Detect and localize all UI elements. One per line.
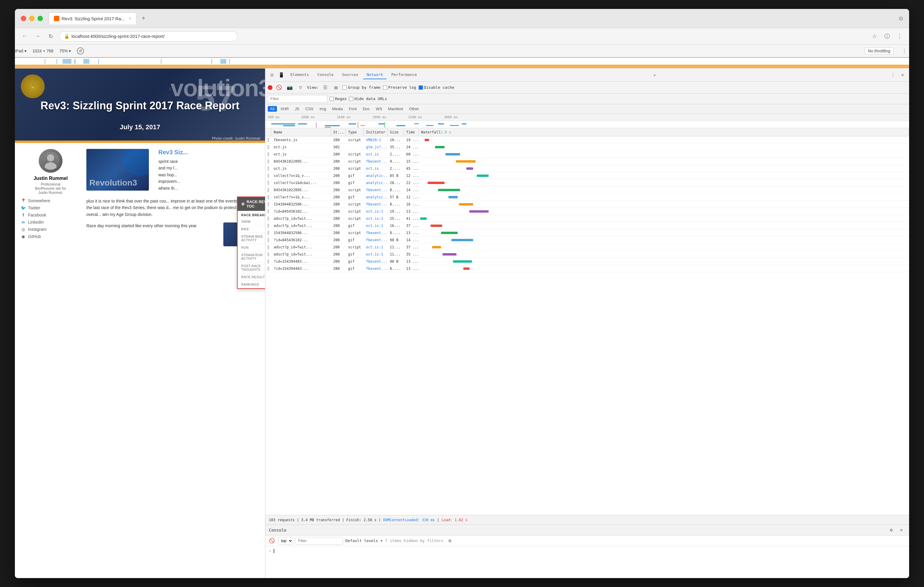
- zoom-selector[interactable]: 75% ▾: [59, 49, 71, 53]
- table-row[interactable]: adsct?p_id=Twit... 200 gif oct.is:1 11..…: [265, 251, 909, 258]
- console-clear-icon[interactable]: 🚫: [268, 537, 276, 545]
- header-type[interactable]: Type: [346, 128, 364, 136]
- devtools-close-icon[interactable]: ×: [898, 71, 907, 79]
- sidebar-linkedin[interactable]: in LinkedIn: [21, 220, 81, 224]
- table-row[interactable]: oct.js 200 script oct.is 2.... 45 ...: [265, 165, 909, 172]
- table-row[interactable]: 8454361022095... 200 script fbevent... 8…: [265, 186, 909, 194]
- console-settings-icon[interactable]: ⚙: [887, 526, 896, 534]
- type-xhr-button[interactable]: XHR: [278, 106, 291, 112]
- more-options-button[interactable]: ⋮: [899, 46, 909, 56]
- table-row[interactable]: collect?v=1&dc&ai... 200 gif analytic...…: [265, 179, 909, 186]
- view-details-icon[interactable]: ▤: [332, 83, 340, 92]
- info-button[interactable]: ⓘ: [882, 31, 892, 41]
- reload-button[interactable]: ↻: [46, 31, 55, 41]
- type-js-button[interactable]: JS: [292, 106, 302, 112]
- url-input[interactable]: 🔒 localhost:4000/sizzling-sprint-2017-ra…: [59, 31, 238, 41]
- clear-button[interactable]: 🚫: [275, 83, 283, 92]
- table-row[interactable]: collect?v=1&_v... 200 gif analytic... 85…: [265, 172, 909, 179]
- type-ws-button[interactable]: WS: [373, 106, 384, 112]
- table-row[interactable]: 1543944832506... 200 script fbevent... 8…: [265, 229, 909, 236]
- forward-button[interactable]: →: [33, 31, 42, 41]
- view-list-icon[interactable]: ☰: [321, 83, 329, 92]
- header-time[interactable]: Time: [404, 128, 419, 136]
- devtools-more-tabs[interactable]: »: [651, 71, 658, 79]
- header-waterfall[interactable]: Waterfall 2.0 s: [419, 128, 909, 136]
- type-img-button[interactable]: Img: [317, 106, 328, 112]
- header-size[interactable]: Size: [388, 128, 404, 136]
- table-row[interactable]: adsct?p_id=Twit... 200 script oct.is:1 2…: [265, 215, 909, 222]
- sidebar-facebook[interactable]: f Facebook: [21, 213, 81, 218]
- record-button[interactable]: [268, 85, 272, 90]
- filter-icon[interactable]: ▽: [296, 83, 305, 92]
- close-button[interactable]: [21, 16, 26, 21]
- active-tab[interactable]: Rev3: Sizzling Sprint 2017 Ra... ×: [49, 13, 136, 25]
- header-name[interactable]: Name: [271, 128, 331, 136]
- bookmark-button[interactable]: ☆: [870, 31, 879, 41]
- console-cursor[interactable]: [274, 549, 274, 553]
- table-row[interactable]: ?id=154394483... 200 gif fbevent... 98 B…: [265, 258, 909, 265]
- sidebar-instagram[interactable]: ◎ Instagram: [21, 227, 81, 232]
- devtools-more-icon[interactable]: ⋮: [889, 71, 897, 79]
- type-media-button[interactable]: Media: [330, 106, 345, 112]
- table-row[interactable]: collect?v=1&_v... 200 gif analytic... 57…: [265, 194, 909, 201]
- devtools-mobile-icon[interactable]: 📱: [277, 71, 285, 79]
- toc-run[interactable]: RUN: [238, 244, 265, 251]
- disable-cache-option[interactable]: Disable cache: [419, 85, 454, 90]
- throttling-selector[interactable]: No throttling: [865, 47, 894, 54]
- sidebar-github[interactable]: ◉ GitHub: [21, 234, 81, 239]
- preserve-log-checkbox[interactable]: [383, 86, 387, 90]
- tab-network[interactable]: Network: [363, 71, 386, 79]
- hide-data-urls-option[interactable]: Hide data URLs: [349, 97, 387, 101]
- hide-data-urls-checkbox[interactable]: [349, 97, 353, 101]
- menu-button[interactable]: ⋮: [895, 31, 904, 41]
- type-manifest-button[interactable]: Manifest: [386, 106, 405, 112]
- toc-post-race[interactable]: POST RACETHOUGHTS: [238, 262, 265, 274]
- table-row[interactable]: ?id=845436102... 200 script oct.is:1 19.…: [265, 208, 909, 215]
- console-filter-input[interactable]: [295, 537, 343, 545]
- tab-console[interactable]: Console: [314, 71, 337, 79]
- back-button[interactable]: ←: [20, 31, 29, 41]
- table-row[interactable]: fbevents.js 200 script VM820:1 10... 19 …: [265, 137, 909, 143]
- group-by-frame-checkbox[interactable]: [342, 86, 346, 90]
- capture-screenshot-icon[interactable]: 📷: [285, 83, 294, 92]
- table-row[interactable]: ?id=845436102... 200 gif fbevent... 98 B…: [265, 236, 909, 244]
- console-close-icon[interactable]: ×: [897, 526, 906, 534]
- console-context-selector[interactable]: top: [279, 537, 293, 545]
- table-row[interactable]: 1543944832506... 200 script fbevent... 8…: [265, 201, 909, 208]
- disable-cache-checkbox[interactable]: [419, 86, 423, 90]
- table-row[interactable]: 8454361022095... 200 script fbevent... 9…: [265, 158, 909, 165]
- tab-elements[interactable]: Elements: [287, 71, 313, 79]
- devtools-cursor-icon[interactable]: ⊡: [268, 71, 276, 79]
- type-all-button[interactable]: All: [268, 106, 277, 112]
- toc-strava-bike[interactable]: STRAVA BIKEACTIVITY: [238, 233, 265, 244]
- table-row[interactable]: oct.js 302 gtm.js?... 35... 24 ...: [265, 143, 909, 151]
- type-font-button[interactable]: Font: [346, 106, 359, 112]
- toc-race-results[interactable]: RACE RESULTS: [238, 274, 265, 281]
- toc-bike[interactable]: BIKE: [238, 226, 265, 233]
- type-css-button[interactable]: CSS: [303, 106, 316, 112]
- filter-input[interactable]: [268, 95, 327, 103]
- table-row[interactable]: adsct?p_id=Twit... 200 script oct.is:1 1…: [265, 244, 909, 251]
- table-row[interactable]: oct.js 200 script oct.is 2.... 60 ...: [265, 151, 909, 158]
- type-other-button[interactable]: Other: [407, 106, 421, 112]
- toc-rankings[interactable]: RANKINGS: [238, 281, 265, 288]
- toc-strava-run[interactable]: STRAVA RUNACTIVITY: [238, 251, 265, 262]
- toc-swim[interactable]: SWIM: [238, 218, 265, 226]
- maximize-button[interactable]: [38, 16, 43, 21]
- header-initiator[interactable]: Initiator: [364, 128, 388, 136]
- minimize-button[interactable]: [29, 16, 35, 21]
- tab-performance[interactable]: Performance: [388, 71, 421, 79]
- tab-sources[interactable]: Sources: [338, 71, 362, 79]
- table-row[interactable]: ?id=154394483... 200 gif fbevent... 8...…: [265, 265, 909, 272]
- regex-option[interactable]: Regex: [330, 97, 346, 101]
- console-gear-icon[interactable]: ⚙: [446, 537, 454, 545]
- device-selector[interactable]: iPad ▾: [15, 49, 26, 53]
- regex-checkbox[interactable]: [330, 97, 334, 101]
- tab-close-button[interactable]: ×: [129, 16, 131, 21]
- preserve-log-option[interactable]: Preserve log: [383, 85, 416, 90]
- header-status[interactable]: St...: [331, 128, 346, 136]
- table-row[interactable]: adsct?p_id=Twit... 200 gif oct.is:1 16..…: [265, 222, 909, 229]
- sidebar-twitter[interactable]: 🐦 Twitter: [21, 206, 81, 210]
- rotate-button[interactable]: ↺: [77, 47, 84, 54]
- type-doc-button[interactable]: Doc: [360, 106, 372, 112]
